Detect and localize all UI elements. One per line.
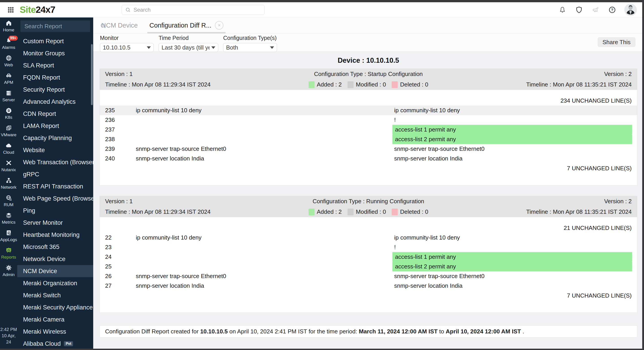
report-menu-item-meraki-security-appliance[interactable]: Meraki Security Appliance: [17, 302, 93, 314]
report-menu-item-network-device[interactable]: Network Device: [17, 253, 93, 265]
global-search[interactable]: [122, 5, 265, 15]
rail-item-web[interactable]: Web: [0, 52, 17, 70]
added-color-swatch: [308, 208, 314, 215]
rail-item-label: Web: [4, 62, 13, 68]
security-button[interactable]: [574, 6, 584, 14]
right-config-line: !: [392, 242, 637, 252]
global-search-input[interactable]: [133, 6, 261, 13]
report-menu-item-meraki-wireless[interactable]: Meraki Wireless: [17, 326, 93, 338]
window-frame-right: [642, 0, 644, 350]
report-menu-item-lama-report[interactable]: LAMA Report: [17, 120, 93, 132]
report-menu-item-meraki-organization[interactable]: Meraki Organization: [17, 277, 93, 289]
rail-item-apm[interactable]: APM: [0, 70, 17, 87]
report-menu-item-server-monitor[interactable]: Server Monitor: [17, 217, 93, 229]
rail-item-applogs[interactable]: AppLogs: [0, 227, 17, 244]
rail-item-alarms[interactable]: 99+Alarms: [0, 35, 17, 52]
line-number: 24: [100, 252, 125, 262]
filter-select-monitor[interactable]: 10.10.10.5: [100, 43, 154, 52]
sidebar-clock: 2:42 PM 10 Apr, 24: [0, 326, 17, 345]
deleted-label: Deleted : 0: [400, 81, 428, 88]
menu-item-label: Ping: [23, 207, 35, 214]
left-config-line: [125, 125, 392, 134]
share-this-button[interactable]: Share This: [598, 37, 636, 47]
report-menu-item-sla-report[interactable]: SLA Report: [17, 60, 93, 72]
menu-item-label: REST API Transaction: [23, 183, 83, 190]
report-menu-item-fqdn-report[interactable]: FQDN Report: [17, 72, 93, 84]
rail-item-server[interactable]: Server: [0, 87, 17, 105]
menu-item-label: Server Monitor: [23, 219, 63, 226]
report-menu-item-heartbeat-monitoring[interactable]: Heartbeat Monitoring: [17, 229, 93, 241]
report-menu-item-rest-api-transaction[interactable]: REST API Transaction: [17, 180, 93, 192]
rail-item-k8s[interactable]: K8s: [0, 105, 17, 122]
report-menu-item-ping[interactable]: Ping: [17, 204, 93, 217]
apps-grid-button[interactable]: [6, 5, 16, 15]
footnote-bold: 10.10.10.5: [200, 328, 228, 335]
filter-value: Last 30 days (till yesterd: [162, 44, 210, 51]
filter-select-configuration-type-s[interactable]: Both: [223, 43, 277, 52]
sidebar-scrollbar[interactable]: [91, 44, 93, 105]
right-config-line: snmp-server location India: [392, 281, 637, 290]
report-menu-item-meraki-camera[interactable]: Meraki Camera: [17, 314, 93, 326]
tab-configuration-diff-r[interactable]: Configuration Diff R...×: [148, 17, 225, 34]
rail-item-cloud[interactable]: Cloud: [0, 140, 17, 157]
modified-color-swatch: [348, 81, 354, 88]
unchanged-lines-bottom: 7 UNCHANGED LINE(S): [100, 290, 637, 300]
report-menu-item-security-report[interactable]: Security Report: [17, 84, 93, 96]
rail-item-reports[interactable]: Reports: [0, 244, 17, 262]
filter-bar: Monitor10.10.10.5Time PeriodLast 30 days…: [93, 34, 642, 52]
right-config-line-added: access-list 2 permit any: [392, 262, 632, 271]
report-menu-item-web-page-speed-browser[interactable]: Web Page Speed (Browser): [17, 192, 93, 204]
filter-time-period: Time PeriodLast 30 days (till yesterd: [159, 34, 218, 51]
rail-item-vmware[interactable]: VMware: [0, 122, 17, 140]
report-menu-item-microsoft-365[interactable]: Microsoft 365: [17, 241, 93, 253]
left-config-line: ip community-list 10 deny: [125, 233, 392, 242]
rail-item-network[interactable]: Network: [0, 174, 17, 192]
diff-section-body: 21 UNCHANGED LINE(S)22ip community-list …: [100, 217, 637, 312]
tab-bar: NCM DeviceConfiguration Diff R...×: [93, 17, 642, 34]
rail-item-rum[interactable]: RUM: [0, 192, 17, 210]
left-config-line: snmp-server trap-source Ethernet0: [125, 271, 392, 281]
help-button[interactable]: ?: [608, 6, 617, 14]
server-icon: [6, 90, 12, 96]
menu-item-label: Meraki Security Appliance: [23, 304, 93, 311]
rail-item-nutanix[interactable]: Nutanix: [0, 157, 17, 174]
report-menu-item-meraki-switch[interactable]: Meraki Switch: [17, 289, 93, 302]
site24x7-logo[interactable]: Site24x7: [20, 4, 55, 15]
report-menu-item-grpc[interactable]: gRPC: [17, 168, 93, 180]
report-menu-item-custom-report[interactable]: Custom Report: [17, 35, 93, 47]
report-menu-item-alibaba-cloud[interactable]: Alibaba CloudPvt: [17, 338, 93, 350]
report-menu-item-capacity-planning[interactable]: Capacity Planning: [17, 132, 93, 144]
report-search[interactable]: [20, 20, 90, 32]
line-number: 236: [100, 115, 125, 125]
user-avatar[interactable]: [624, 4, 637, 16]
report-body: Device : 10.10.10.5 Version : 1Configura…: [93, 52, 642, 349]
rail-item-label: Network: [1, 185, 16, 190]
report-menu-item-monitor-groups[interactable]: Monitor Groups: [17, 47, 93, 60]
diff-row: 237access-list 1 permit any: [100, 125, 637, 134]
report-menu-item-cdn-report[interactable]: CDN Report: [17, 108, 93, 120]
logo-24x7: 24x7: [36, 4, 55, 15]
megaphone-icon: [592, 6, 600, 14]
filter-select-time-period[interactable]: Last 30 days (till yesterd: [159, 43, 218, 52]
footnote-bold: March 11, 2024 12:00 AM IST: [359, 328, 438, 335]
announcements-button[interactable]: [591, 6, 600, 14]
menu-item-label: CDN Report: [23, 110, 56, 118]
report-menu-item-web-transaction-browser[interactable]: Web Transaction (Browser): [17, 156, 93, 168]
tab-close-icon[interactable]: ×: [215, 21, 224, 30]
version-right: Version : 2: [423, 70, 632, 78]
report-menu-item-advanced-analytics[interactable]: Advanced Analytics: [17, 96, 93, 108]
report-menu-item-website[interactable]: Website: [17, 144, 93, 156]
notifications-button[interactable]: [558, 6, 567, 14]
diff-row: 239snmp-server trap-source Ethernet0snmp…: [100, 144, 637, 154]
applogs-icon: [6, 230, 12, 236]
rail-item-label: Reports: [1, 255, 16, 260]
rail-item-metrics[interactable]: Metrics: [0, 210, 17, 227]
line-number: 238: [100, 134, 125, 144]
rail-item-admin[interactable]: Admin: [0, 262, 17, 280]
bell-icon: [558, 6, 566, 14]
report-menu-item-ncm-device[interactable]: NCM Device: [17, 265, 93, 277]
rail-item-home[interactable]: Home: [0, 17, 17, 35]
report-search-input[interactable]: [24, 23, 100, 30]
filter-label: Monitor: [100, 35, 154, 41]
left-config-line: snmp-server location India: [125, 154, 392, 163]
